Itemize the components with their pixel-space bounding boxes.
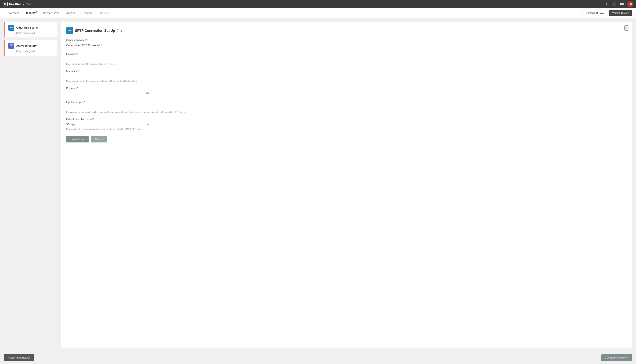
help-circle-icon[interactable]: ? [117,29,119,32]
svg-rect-2 [4,4,5,5]
headset-icon[interactable]: 🎧 [612,2,616,6]
toggle-password-icon[interactable] [146,92,150,95]
cancel-button[interactable]: Cancel [91,136,107,142]
nav-identity[interactable]: Identity [22,9,39,18]
retention-label: Extract Retention Period* [66,118,626,120]
sidebar-card-active-directory[interactable]: Active Directory Not yet configured [4,40,57,56]
input-folder-hint: Files present in this directory will be … [66,111,626,113]
nav-items: Overview Identity Service Desk Access Ob… [4,9,293,18]
connection-name-group: Connection Name* [66,38,626,48]
app-status: Draft [27,3,32,6]
retention-select[interactable]: 7 days 14 days 30 days 60 days 90 days [66,122,150,127]
svg-rect-1 [6,3,7,4]
username-input[interactable] [66,74,150,79]
ats-icon: ATS [8,24,15,31]
close-button[interactable]: ✕ [624,25,628,31]
sftp-panel: ATS SFTP Connection Set Up ? ▶ ✕ Connect… [61,22,632,348]
logo-icon [3,2,8,6]
password-group: Password* [66,87,626,96]
nav-observe[interactable]: Observe [79,9,96,17]
navbar-actions: Upload HR Data Version History [582,10,632,16]
navbar: Overview Identity Service Desk Access Ob… [0,8,636,18]
input-folder-input[interactable] [66,104,150,110]
version-history-button[interactable]: Version History [609,10,632,16]
avatar[interactable]: HS [627,1,633,7]
password-label: Password* [66,87,626,90]
hostname-input[interactable] [66,56,150,62]
ad-status: Not yet configured [16,50,54,52]
nav-review: Review [96,9,113,17]
upload-hr-data-button[interactable]: Upload HR Data [582,10,607,16]
retention-group: Extract Retention Period* 7 days 14 days… [66,118,626,130]
ad-title: Active Directory [16,44,37,47]
username-label: Username* [66,70,626,72]
hostname-group: Hostname* Enter your host name/ IP addre… [66,52,626,65]
topbar-icons: ⚙ 🎧 📖 HS [606,1,633,7]
retention-hint: Please select the retention duration for… [66,128,626,130]
hostname-label: Hostname* [66,52,626,56]
sidebar-card-other-ats[interactable]: ATS Other ATS System Not yet configured [4,22,57,38]
play-icon[interactable]: ▶ [121,29,123,32]
form-actions: Link Account Cancel [66,136,626,142]
bottombar: « Back to Application Configure Workflow… [0,351,636,364]
notification-dot [36,10,38,12]
main-content: ATS Other ATS System Not yet configured … [0,18,636,351]
nav-overview[interactable]: Overview [4,9,22,17]
gear-icon[interactable]: ⚙ [606,2,609,6]
panel-logo: ATS [66,27,73,34]
nav-access[interactable]: Access [63,9,79,17]
app-logo: Hire2Retire Draft [3,2,32,6]
svg-rect-3 [6,4,7,5]
username-group: Username* Please enter your SFTP usernam… [66,70,626,82]
book-icon[interactable]: 📖 [620,2,624,6]
app-name: Hire2Retire [9,3,24,6]
svg-rect-0 [4,3,5,4]
svg-rect-4 [10,45,13,47]
ad-icon [8,43,15,49]
configure-workflow-button[interactable]: Configure Workflow » [601,354,632,361]
password-input[interactable] [66,90,150,96]
panel-title: SFTP Connection Set Up [75,29,115,33]
retention-select-wrapper: 7 days 14 days 30 days 60 days 90 days ▼ [66,122,150,127]
input-folder-group: Input folder path* Files present in this… [66,101,626,113]
panel-header: ATS SFTP Connection Set Up ? ▶ [66,27,626,34]
connection-name-label: Connection Name* [66,38,626,42]
back-to-application-button[interactable]: « Back to Application [4,354,34,361]
sidebar: ATS Other ATS System Not yet configured … [4,22,57,348]
hostname-hint: Enter your host name/ IP address of the … [66,63,626,65]
sidebar-card-header-ats: ATS Other ATS System [8,24,54,31]
username-hint: Please enter your SFTP username. It shou… [66,80,626,82]
nav-service-desk[interactable]: Service Desk [39,9,63,17]
topbar: Hire2Retire Draft ⚙ 🎧 📖 HS [0,0,636,8]
input-folder-label: Input folder path* [66,101,626,104]
ats-title: Other ATS System [16,26,39,29]
sidebar-card-header-ad: Active Directory [8,43,54,49]
link-account-button[interactable]: Link Account [66,136,89,142]
ats-status: Not yet configured [16,32,54,34]
connection-name-input[interactable] [66,42,150,48]
password-wrapper [66,90,150,96]
